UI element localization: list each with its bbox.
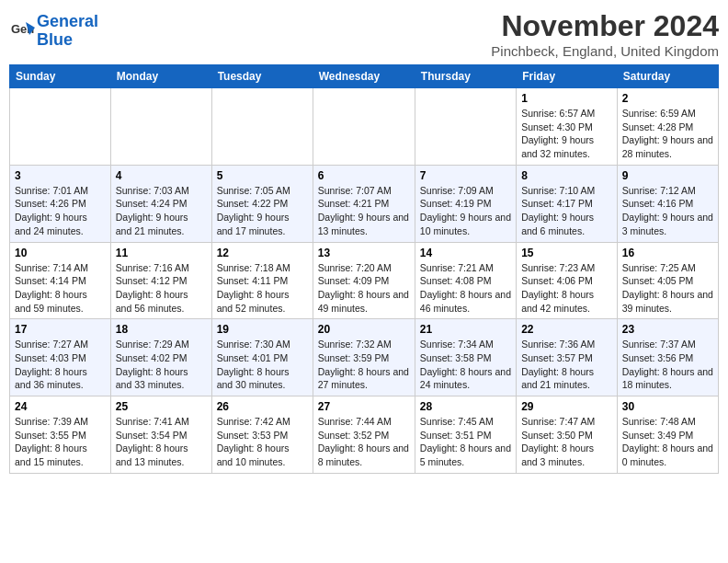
location: Pinchbeck, England, United Kingdom	[491, 43, 719, 59]
day-info: Sunrise: 7:37 AM Sunset: 3:56 PM Dayligh…	[622, 338, 713, 392]
day-number: 4	[116, 169, 207, 182]
calendar-cell: 15Sunrise: 7:23 AM Sunset: 4:06 PM Dayli…	[517, 242, 618, 319]
day-number: 26	[217, 400, 308, 413]
header-day-friday: Friday	[517, 65, 618, 88]
day-number: 29	[521, 400, 612, 413]
day-info: Sunrise: 7:16 AM Sunset: 4:12 PM Dayligh…	[116, 261, 207, 316]
day-info: Sunrise: 7:32 AM Sunset: 3:59 PM Dayligh…	[318, 338, 410, 392]
calendar-cell: 3Sunrise: 7:01 AM Sunset: 4:26 PM Daylig…	[10, 165, 111, 242]
day-info: Sunrise: 7:14 AM Sunset: 4:14 PM Dayligh…	[15, 261, 106, 316]
day-number: 28	[420, 400, 511, 413]
day-number: 12	[217, 247, 308, 259]
day-info: Sunrise: 7:25 AM Sunset: 4:05 PM Dayligh…	[622, 261, 713, 316]
day-number: 21	[420, 323, 511, 336]
calendar-cell	[313, 88, 415, 166]
calendar-week-3: 10Sunrise: 7:14 AM Sunset: 4:14 PM Dayli…	[10, 242, 719, 319]
day-number: 24	[15, 400, 106, 413]
calendar-cell: 19Sunrise: 7:30 AM Sunset: 4:01 PM Dayli…	[211, 319, 313, 396]
calendar-cell: 4Sunrise: 7:03 AM Sunset: 4:24 PM Daylig…	[110, 165, 211, 242]
day-number: 1	[521, 92, 612, 105]
calendar-cell	[10, 88, 111, 166]
day-number: 16	[622, 247, 713, 259]
day-info: Sunrise: 7:44 AM Sunset: 3:52 PM Dayligh…	[318, 415, 410, 469]
calendar-cell: 6Sunrise: 7:07 AM Sunset: 4:21 PM Daylig…	[313, 165, 415, 242]
month-title: November 2024	[491, 9, 719, 43]
calendar-cell: 9Sunrise: 7:12 AM Sunset: 4:16 PM Daylig…	[617, 165, 718, 242]
calendar-cell: 17Sunrise: 7:27 AM Sunset: 4:03 PM Dayli…	[10, 319, 111, 396]
header-day-thursday: Thursday	[415, 65, 516, 88]
calendar-cell: 18Sunrise: 7:29 AM Sunset: 4:02 PM Dayli…	[110, 319, 211, 396]
calendar-cell: 12Sunrise: 7:18 AM Sunset: 4:11 PM Dayli…	[211, 242, 313, 319]
title-block: November 2024 Pinchbeck, England, United…	[491, 9, 719, 59]
day-number: 22	[521, 323, 612, 336]
day-number: 18	[116, 323, 207, 336]
logo-line2: Blue	[37, 30, 73, 49]
day-number: 3	[15, 169, 106, 182]
day-info: Sunrise: 7:41 AM Sunset: 3:54 PM Dayligh…	[116, 415, 207, 469]
day-number: 2	[622, 92, 713, 105]
calendar-cell: 14Sunrise: 7:21 AM Sunset: 4:08 PM Dayli…	[415, 242, 516, 319]
day-info: Sunrise: 7:05 AM Sunset: 4:22 PM Dayligh…	[217, 184, 308, 238]
calendar-cell: 11Sunrise: 7:16 AM Sunset: 4:12 PM Dayli…	[110, 242, 211, 319]
header-day-wednesday: Wednesday	[313, 65, 415, 88]
calendar-cell: 7Sunrise: 7:09 AM Sunset: 4:19 PM Daylig…	[415, 165, 516, 242]
calendar-cell	[211, 88, 313, 166]
calendar-cell: 5Sunrise: 7:05 AM Sunset: 4:22 PM Daylig…	[211, 165, 313, 242]
calendar-table: SundayMondayTuesdayWednesdayThursdayFrid…	[9, 64, 719, 474]
logo-icon: Gen	[9, 18, 35, 44]
calendar-cell: 27Sunrise: 7:44 AM Sunset: 3:52 PM Dayli…	[313, 396, 415, 474]
day-number: 15	[521, 247, 612, 259]
day-number: 30	[622, 400, 713, 413]
day-info: Sunrise: 7:12 AM Sunset: 4:16 PM Dayligh…	[622, 184, 713, 238]
header-day-sunday: Sunday	[10, 65, 111, 88]
day-number: 19	[217, 323, 308, 336]
day-number: 11	[116, 247, 207, 259]
header-day-tuesday: Tuesday	[211, 65, 313, 88]
calendar-cell: 21Sunrise: 7:34 AM Sunset: 3:58 PM Dayli…	[415, 319, 516, 396]
calendar-cell: 16Sunrise: 7:25 AM Sunset: 4:05 PM Dayli…	[617, 242, 718, 319]
day-info: Sunrise: 7:01 AM Sunset: 4:26 PM Dayligh…	[15, 184, 106, 238]
day-info: Sunrise: 7:07 AM Sunset: 4:21 PM Dayligh…	[318, 184, 410, 238]
calendar-week-1: 1Sunrise: 6:57 AM Sunset: 4:30 PM Daylig…	[10, 88, 719, 166]
calendar-cell: 1Sunrise: 6:57 AM Sunset: 4:30 PM Daylig…	[517, 88, 618, 166]
header-day-monday: Monday	[110, 65, 211, 88]
day-info: Sunrise: 7:45 AM Sunset: 3:51 PM Dayligh…	[420, 415, 511, 469]
day-info: Sunrise: 7:47 AM Sunset: 3:50 PM Dayligh…	[521, 415, 612, 469]
calendar-cell: 23Sunrise: 7:37 AM Sunset: 3:56 PM Dayli…	[617, 319, 718, 396]
day-info: Sunrise: 7:29 AM Sunset: 4:02 PM Dayligh…	[116, 338, 207, 392]
calendar-cell: 2Sunrise: 6:59 AM Sunset: 4:28 PM Daylig…	[617, 88, 718, 166]
logo-text: General Blue	[37, 13, 98, 50]
day-info: Sunrise: 6:57 AM Sunset: 4:30 PM Dayligh…	[521, 107, 612, 161]
day-info: Sunrise: 7:34 AM Sunset: 3:58 PM Dayligh…	[420, 338, 511, 392]
day-number: 27	[318, 400, 410, 413]
day-number: 7	[420, 169, 511, 182]
day-info: Sunrise: 7:39 AM Sunset: 3:55 PM Dayligh…	[15, 415, 106, 469]
logo-line1: General	[37, 12, 98, 30]
day-info: Sunrise: 7:36 AM Sunset: 3:57 PM Dayligh…	[521, 338, 612, 392]
calendar-cell: 13Sunrise: 7:20 AM Sunset: 4:09 PM Dayli…	[313, 242, 415, 319]
day-info: Sunrise: 7:09 AM Sunset: 4:19 PM Dayligh…	[420, 184, 511, 238]
logo: Gen General Blue	[9, 13, 98, 50]
day-number: 23	[622, 323, 713, 336]
day-number: 5	[217, 169, 308, 182]
calendar-cell: 22Sunrise: 7:36 AM Sunset: 3:57 PM Dayli…	[517, 319, 618, 396]
day-number: 17	[15, 323, 106, 336]
day-info: Sunrise: 7:27 AM Sunset: 4:03 PM Dayligh…	[15, 338, 106, 392]
day-info: Sunrise: 7:48 AM Sunset: 3:49 PM Dayligh…	[622, 415, 713, 469]
calendar-cell: 30Sunrise: 7:48 AM Sunset: 3:49 PM Dayli…	[617, 396, 718, 474]
day-info: Sunrise: 7:03 AM Sunset: 4:24 PM Dayligh…	[116, 184, 207, 238]
day-info: Sunrise: 7:21 AM Sunset: 4:08 PM Dayligh…	[420, 261, 511, 316]
day-number: 13	[318, 247, 410, 259]
calendar-header-row: SundayMondayTuesdayWednesdayThursdayFrid…	[10, 65, 719, 88]
day-info: Sunrise: 7:30 AM Sunset: 4:01 PM Dayligh…	[217, 338, 308, 392]
calendar-cell: 10Sunrise: 7:14 AM Sunset: 4:14 PM Dayli…	[10, 242, 111, 319]
calendar-cell	[415, 88, 516, 166]
calendar-cell: 26Sunrise: 7:42 AM Sunset: 3:53 PM Dayli…	[211, 396, 313, 474]
calendar-week-5: 24Sunrise: 7:39 AM Sunset: 3:55 PM Dayli…	[10, 396, 719, 474]
calendar-cell	[110, 88, 211, 166]
day-number: 25	[116, 400, 207, 413]
page-header: Gen General Blue November 2024 Pinchbeck…	[9, 9, 719, 59]
calendar-cell: 29Sunrise: 7:47 AM Sunset: 3:50 PM Dayli…	[517, 396, 618, 474]
calendar-week-2: 3Sunrise: 7:01 AM Sunset: 4:26 PM Daylig…	[10, 165, 719, 242]
calendar-cell: 20Sunrise: 7:32 AM Sunset: 3:59 PM Dayli…	[313, 319, 415, 396]
